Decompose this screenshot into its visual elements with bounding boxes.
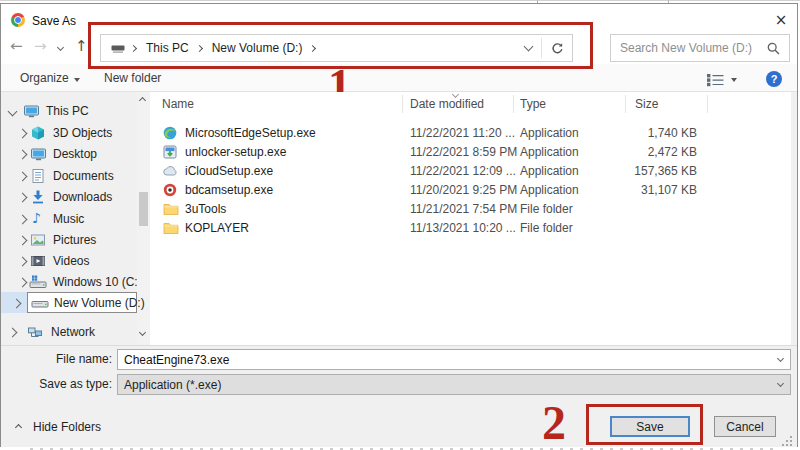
organize-dropdown-triangle-icon <box>74 78 80 82</box>
sidebar-item-videos[interactable]: Videos <box>1 251 134 271</box>
chrome-icon <box>11 13 25 27</box>
file-size: 157,365 KB <box>600 164 697 178</box>
sidebar-item-network[interactable]: Network <box>1 322 134 342</box>
search-input[interactable] <box>611 41 767 55</box>
column-header-name[interactable]: Name <box>162 97 194 111</box>
search-icon[interactable] <box>767 42 780 55</box>
navigation-pane: This PC 3D Objects Desktop Documents Dow… <box>1 92 150 345</box>
sidebar-item-3d-objects[interactable]: 3D Objects <box>1 123 134 143</box>
forward-button[interactable]: → <box>34 39 47 54</box>
window-title: Save As <box>32 14 76 28</box>
chevron-right-icon[interactable] <box>18 172 28 182</box>
views-dropdown-triangle-icon[interactable] <box>731 78 737 82</box>
file-name: iCloudSetup.exe <box>185 164 273 178</box>
sidebar-item-label: Windows 10 (C:) <box>53 275 142 289</box>
new-folder-button[interactable]: New folder <box>104 71 161 85</box>
column-header-size[interactable]: Size <box>635 97 658 111</box>
file-row[interactable]: 3uTools 11/21/2021 7:54 PM File folder <box>150 200 790 219</box>
scroll-up-icon[interactable] <box>139 97 146 104</box>
cancel-button[interactable]: Cancel <box>714 416 776 437</box>
music-icon: ♪ <box>32 210 50 226</box>
list-views-icon[interactable] <box>706 73 725 87</box>
sidebar-item-this-pc[interactable]: This PC <box>1 101 134 121</box>
sidebar-item-downloads[interactable]: Downloads <box>1 187 134 207</box>
file-size: 1,740 KB <box>600 126 697 140</box>
file-size: 31,107 KB <box>600 183 697 197</box>
chevron-right-icon[interactable] <box>18 278 28 288</box>
sidebar-item-label: Music <box>53 212 84 226</box>
column-divider[interactable] <box>402 95 403 113</box>
file-row[interactable]: MicrosoftEdgeSetup.exe 11/22/2021 11:20 … <box>150 124 790 143</box>
file-row[interactable]: KOPLAYER 11/13/2021 10:20 ... File folde… <box>150 219 790 238</box>
network-icon <box>27 324 45 340</box>
sidebar-item-label: Downloads <box>53 190 112 204</box>
back-button[interactable]: ← <box>10 39 23 54</box>
computer-icon <box>23 103 41 119</box>
column-header-date-modified[interactable]: Date modified <box>410 97 484 111</box>
save-as-type-value: Application (*.exe) <box>124 378 221 392</box>
file-type: Application <box>520 126 579 140</box>
chevron-down-icon[interactable] <box>8 107 18 117</box>
save-as-dialog: Save As × ← → ↑ This PC New Volume (D:) … <box>0 0 800 450</box>
folder-icon <box>163 221 179 238</box>
file-name: MicrosoftEdgeSetup.exe <box>185 126 316 140</box>
folder-icon <box>163 202 179 219</box>
column-divider[interactable] <box>513 95 514 113</box>
file-date: 11/22/2021 12:09 ... <box>410 164 516 178</box>
chevron-right-icon[interactable] <box>18 129 28 139</box>
chevron-right-icon[interactable] <box>18 193 28 203</box>
sidebar-item-desktop[interactable]: Desktop <box>1 144 134 164</box>
file-date: 11/22/2021 11:20 ... <box>410 126 515 140</box>
file-row[interactable]: unlocker-setup.exe 11/22/2021 8:59 PM Ap… <box>150 143 790 162</box>
file-name-input[interactable] <box>117 349 791 370</box>
sidebar-item-music[interactable]: ♪ Music <box>1 209 134 229</box>
file-date: 11/21/2021 7:54 PM <box>410 202 517 216</box>
sidebar-item-documents[interactable]: Documents <box>1 166 134 186</box>
file-row[interactable]: bdcamsetup.exe 11/20/2021 9:25 PM Applic… <box>150 181 790 200</box>
sidebar-item-label: Desktop <box>53 147 97 161</box>
help-icon[interactable]: ? <box>766 71 782 87</box>
file-name: 3uTools <box>185 202 226 216</box>
sidebar-item-windows-10-c[interactable]: Windows 10 (C:) <box>1 272 134 292</box>
pictures-icon <box>30 232 48 248</box>
sidebar-item-label: Videos <box>53 254 89 268</box>
file-type: Application <box>520 183 579 197</box>
annotation-rect-2 <box>586 404 703 445</box>
sidebar-item-label: Documents <box>53 169 114 183</box>
scroll-down-icon[interactable] <box>139 329 146 336</box>
chevron-right-icon[interactable] <box>8 328 18 338</box>
file-name: KOPLAYER <box>185 221 249 235</box>
up-button[interactable]: ↑ <box>75 39 88 54</box>
file-row[interactable]: iCloudSetup.exe 11/22/2021 12:09 ... App… <box>150 162 790 181</box>
sidebar-item-pictures[interactable]: Pictures <box>1 230 134 250</box>
file-size: 2,472 KB <box>600 145 697 159</box>
scrollbar-thumb[interactable] <box>139 192 148 226</box>
column-divider[interactable] <box>625 95 626 113</box>
edge-installer-icon <box>163 126 177 143</box>
chevron-right-icon[interactable] <box>18 236 28 246</box>
hide-folders-button[interactable]: Hide Folders <box>33 420 101 434</box>
search-box[interactable] <box>610 34 790 62</box>
file-date: 11/13/2021 10:20 ... <box>410 221 516 235</box>
downloads-icon <box>30 189 48 205</box>
annotation-step-2: 2 <box>542 399 566 447</box>
icloud-installer-icon <box>163 164 178 180</box>
sidebar-item-label: This PC <box>46 104 89 118</box>
sidebar-item-new-volume-d[interactable]: New Volume (D:) <box>1 293 134 313</box>
close-icon[interactable]: × <box>767 10 795 30</box>
resize-grip[interactable] <box>781 435 793 447</box>
file-list-pane: Name Date modified Type Size MicrosoftEd… <box>150 92 791 345</box>
drive-icon <box>31 295 49 311</box>
organize-button[interactable]: Organize <box>20 71 69 85</box>
column-header-type[interactable]: Type <box>520 97 546 111</box>
chevron-right-icon[interactable] <box>18 215 28 225</box>
file-date: 11/22/2021 8:59 PM <box>410 145 517 159</box>
save-as-type-select[interactable]: Application (*.exe) <box>117 374 791 395</box>
column-divider[interactable] <box>707 95 708 113</box>
sidebar-item-label: New Volume (D:) <box>54 296 145 310</box>
chevron-right-icon[interactable] <box>18 150 28 160</box>
chevron-right-icon[interactable] <box>18 257 28 267</box>
file-name: unlocker-setup.exe <box>185 145 286 159</box>
videos-icon <box>30 253 48 269</box>
file-type: File folder <box>520 202 573 216</box>
